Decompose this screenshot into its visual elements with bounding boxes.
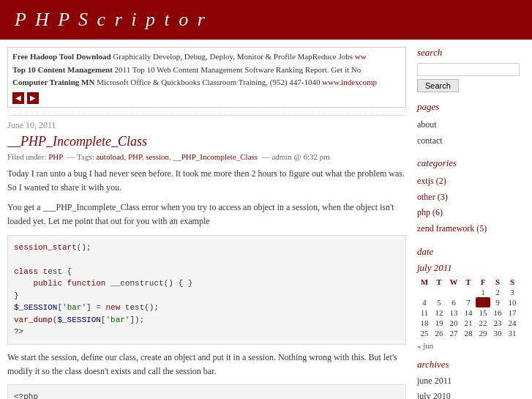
search-input[interactable]: [417, 63, 520, 76]
calendar-row: 45678910: [417, 297, 520, 307]
calendar-day: 3: [505, 287, 520, 297]
post-tag-incomplete-class[interactable]: __PHP_Incomplete_Class: [173, 152, 258, 161]
post-tag-php[interactable]: PHP: [128, 152, 142, 161]
code-block-2: <?php session_start();: [7, 384, 406, 399]
calendar-row: 123: [417, 287, 520, 297]
post-tag-session[interactable]: session: [146, 152, 169, 161]
sidebar-cat-extjs[interactable]: extjs (2): [417, 174, 520, 190]
calendar-day: 20: [446, 318, 461, 328]
cal-header-m: M: [417, 277, 432, 287]
calendar-day: 7: [461, 297, 476, 307]
calendar-day: [432, 287, 446, 297]
sidebar: search Search pages about contact catego…: [417, 47, 520, 399]
calendar-day: 29: [476, 328, 490, 338]
calendar-day: 1: [476, 287, 490, 297]
post-filed-label: Filed under:: [7, 152, 46, 161]
ad-prev-button[interactable]: ◀: [12, 92, 24, 104]
calendar-row: 11121314151617: [417, 307, 520, 318]
ad-row-2: Top 10 Content Management 2011 Top 10 We…: [12, 64, 401, 77]
post-para1: Today I ran unto a bug I had never seen …: [7, 167, 406, 195]
calendar-day: 28: [461, 328, 476, 338]
ad-row-1: Free Hadoop Tool Download Graphically De…: [12, 51, 401, 64]
calendar-row: 18192021222324: [417, 318, 520, 328]
post-tag-autoload[interactable]: autoload: [96, 152, 124, 161]
ad-navigation: ◀ ▶: [12, 92, 401, 104]
sidebar-categories-section: categories extjs (2) other (3) php (6) z…: [417, 157, 520, 236]
code-block-1: session_start(); class test { public fun…: [7, 235, 406, 345]
calendar-day: 16: [490, 307, 505, 318]
calendar-day: 8: [476, 297, 490, 307]
calendar-day: 19: [432, 318, 446, 328]
calendar-day: 5: [432, 297, 446, 307]
calendar-day: 31: [505, 328, 520, 338]
calendar-day: 24: [505, 318, 520, 328]
sidebar-cat-zend[interactable]: zend framework (5): [417, 221, 520, 237]
calendar-day: 25: [417, 328, 432, 338]
post-date: June 10, 2011: [7, 115, 406, 131]
calendar-day: 6: [446, 297, 461, 307]
post-meta: Filed under: PHP — Tags: autoload, PHP, …: [7, 152, 406, 161]
sidebar-search-section: search Search: [417, 47, 520, 92]
sidebar-archives-section: archives june 2011 july 2010: [417, 359, 520, 399]
ad-title-1: Free Hadoop Tool Download: [12, 52, 111, 61]
cal-header-f: F: [476, 277, 490, 287]
cal-header-t2: T: [461, 277, 476, 287]
calendar-day: 22: [476, 318, 490, 328]
sidebar-page-contact[interactable]: contact: [417, 133, 520, 149]
calendar-table: M T W T F S S 12345678910111213141516171…: [417, 277, 520, 338]
ad-link-3[interactable]: www.indexcomp: [322, 78, 377, 86]
sidebar-pages-section: pages about contact: [417, 101, 520, 149]
ad-title-2: Top 10 Content Management: [12, 65, 113, 74]
calendar-prev-link[interactable]: « jun: [417, 341, 433, 350]
ad-text-3: Microsoft Office & Quickbooks Classroom …: [97, 78, 320, 86]
calendar-day: 18: [417, 318, 432, 328]
sidebar-date-section: date july 2011 M T W T F S S 12345678910…: [417, 246, 520, 350]
calendar-day: 21: [461, 318, 476, 328]
calendar-day: 2: [490, 287, 505, 297]
calendar-row: 25262728293031: [417, 328, 520, 338]
calendar-month: july 2011: [417, 262, 520, 274]
calendar-nav: « jun: [417, 341, 520, 350]
post-title: __PHP_Incomplete_Class: [7, 134, 406, 149]
calendar-day: 4: [417, 297, 432, 307]
site-header: P H P S c r i p t o r: [0, 0, 532, 40]
ad-link-1[interactable]: ww: [355, 52, 367, 61]
calendar-day: 17: [505, 307, 520, 318]
sidebar-cat-php[interactable]: php (6): [417, 205, 520, 221]
archive-july-2010[interactable]: july 2010: [417, 389, 520, 399]
sidebar-categories-title: categories: [417, 157, 520, 169]
ad-next-button[interactable]: ▶: [27, 92, 39, 104]
calendar-day: 30: [490, 328, 505, 338]
search-button[interactable]: Search: [417, 79, 459, 92]
cal-header-s2: S: [505, 277, 520, 287]
calendar-day: [417, 287, 432, 297]
archive-june-2011[interactable]: june 2011: [417, 373, 520, 389]
ad-text-2: 2011 Top 10 Web Content Management Softw…: [115, 65, 361, 74]
main-content: Free Hadoop Tool Download Graphically De…: [7, 47, 417, 399]
ad-banner: Free Hadoop Tool Download Graphically De…: [7, 47, 406, 108]
calendar-day: [446, 287, 461, 297]
post-para2: You get a ___PHP_Incomplete_Class error …: [7, 201, 406, 228]
ad-text-1: Graphically Develop, Debug, Deploy, Moni…: [113, 52, 353, 61]
calendar-day: [461, 287, 476, 297]
calendar-day: 26: [432, 328, 446, 338]
post-author: admin @ 6:32 pm: [271, 152, 330, 161]
sidebar-search-title: search: [417, 47, 520, 59]
calendar-day: 23: [490, 318, 505, 328]
ad-row-3: Computer Training MN Microsoft Office & …: [12, 76, 401, 89]
cal-header-w: W: [446, 277, 461, 287]
calendar-day: 14: [461, 307, 476, 318]
sidebar-page-about[interactable]: about: [417, 117, 520, 133]
cal-header-t1: T: [432, 277, 446, 287]
calendar-day: 13: [446, 307, 461, 318]
post-para3: We start the session, define our class, …: [7, 351, 406, 379]
calendar-day: 11: [417, 307, 432, 318]
calendar-day: 10: [505, 297, 520, 307]
sidebar-archives-title: archives: [417, 359, 520, 370]
calendar-day: 27: [446, 328, 461, 338]
calendar-day: 9: [490, 297, 505, 307]
sidebar-cat-other[interactable]: other (3): [417, 190, 520, 206]
post-category-link[interactable]: PHP: [48, 152, 63, 161]
calendar-day: 12: [432, 307, 446, 318]
sidebar-date-title: date: [417, 246, 520, 258]
